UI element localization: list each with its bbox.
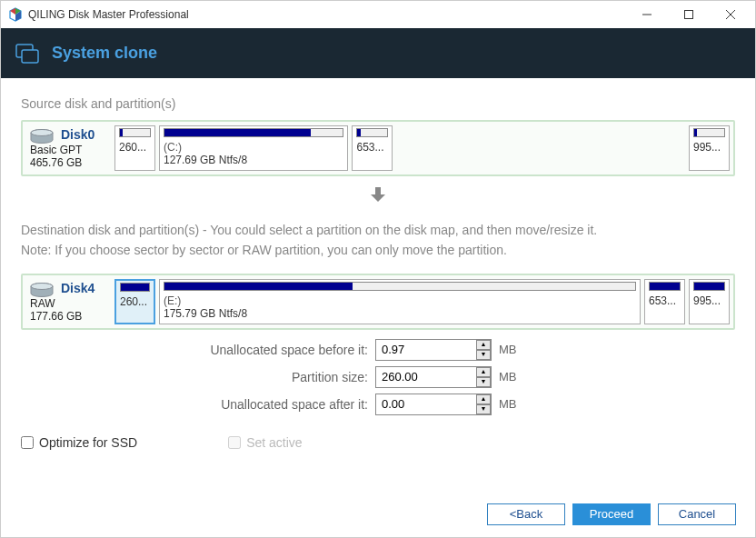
- destination-disk-name: Disk4: [61, 281, 94, 295]
- space-after-label: Unallocated space after it:: [21, 397, 375, 412]
- svg-point-9: [31, 283, 53, 289]
- minimize-button[interactable]: [626, 1, 668, 28]
- unit-label: MB: [499, 370, 517, 384]
- back-button[interactable]: <Back: [487, 503, 565, 525]
- disk-icon: [30, 129, 54, 144]
- titlebar: QILING Disk Master Professional: [1, 1, 755, 28]
- partition-size-input[interactable]: [375, 366, 492, 388]
- proceed-button[interactable]: Proceed: [572, 503, 651, 525]
- unit-label: MB: [499, 343, 517, 356]
- spin-down-icon[interactable]: ▼: [476, 350, 491, 360]
- destination-partition[interactable]: (E:) 175.79 GB Ntfs/8: [159, 279, 641, 324]
- footer-buttons: <Back Proceed Cancel: [487, 503, 736, 525]
- svg-point-7: [31, 130, 53, 136]
- system-clone-icon: [15, 42, 39, 65]
- source-partition[interactable]: 260...: [114, 125, 155, 171]
- spin-up-icon[interactable]: ▲: [476, 394, 491, 404]
- destination-partition[interactable]: 260...: [114, 279, 155, 324]
- page-title: System clone: [52, 44, 157, 63]
- spin-up-icon[interactable]: ▲: [476, 367, 491, 377]
- app-logo-icon: [8, 7, 23, 22]
- source-disk-name: Disk0: [61, 127, 94, 142]
- source-label: Source disk and partition(s): [21, 96, 735, 111]
- set-active-input: [228, 436, 241, 449]
- optimize-ssd-input[interactable]: [21, 436, 34, 449]
- set-active-checkbox: Set active: [228, 435, 302, 450]
- destination-disk-info: Disk4 RAW 177.66 GB: [26, 279, 111, 324]
- spin-down-icon[interactable]: ▼: [476, 377, 491, 387]
- destination-label: Destination disk and partition(s) - You …: [21, 220, 735, 261]
- destination-disk-box: Disk4 RAW 177.66 GB 260... (E:) 175.79 G…: [21, 274, 735, 330]
- arrow-down-icon: [21, 185, 735, 207]
- disk-icon: [30, 283, 54, 297]
- destination-partition[interactable]: 995...: [689, 279, 730, 324]
- space-after-input[interactable]: [375, 394, 492, 415]
- optimize-ssd-checkbox[interactable]: Optimize for SSD: [21, 435, 137, 450]
- source-disk-box: Disk0 Basic GPT 465.76 GB 260... (C:) 12…: [21, 120, 735, 176]
- maximize-button[interactable]: [668, 1, 710, 28]
- window-title: QILING Disk Master Professional: [28, 8, 626, 21]
- destination-disk-size: 177.66 GB: [30, 310, 107, 323]
- spin-down-icon[interactable]: ▼: [476, 404, 491, 414]
- space-before-input[interactable]: [375, 339, 492, 361]
- partition-size-label: Partition size:: [21, 370, 375, 384]
- source-partition[interactable]: 995...: [689, 125, 730, 171]
- svg-rect-5: [22, 50, 38, 63]
- unit-label: MB: [499, 397, 517, 411]
- destination-disk-type: RAW: [30, 297, 107, 310]
- svg-rect-1: [685, 11, 693, 19]
- destination-partition[interactable]: 653...: [644, 279, 685, 324]
- close-button[interactable]: [710, 1, 751, 28]
- source-disk-type: Basic GPT: [30, 144, 107, 156]
- spin-up-icon[interactable]: ▲: [476, 340, 491, 350]
- space-before-label: Unallocated space before it:: [21, 343, 375, 357]
- source-disk-size: 465.76 GB: [30, 156, 107, 169]
- source-partition[interactable]: (C:) 127.69 GB Ntfs/8: [159, 125, 348, 171]
- resize-form: Unallocated space before it: ▲▼ MB Parti…: [21, 339, 735, 415]
- page-header: System clone: [1, 28, 755, 78]
- source-disk-info: Disk0 Basic GPT 465.76 GB: [26, 125, 111, 171]
- source-partition[interactable]: 653...: [352, 125, 393, 171]
- cancel-button[interactable]: Cancel: [658, 503, 736, 525]
